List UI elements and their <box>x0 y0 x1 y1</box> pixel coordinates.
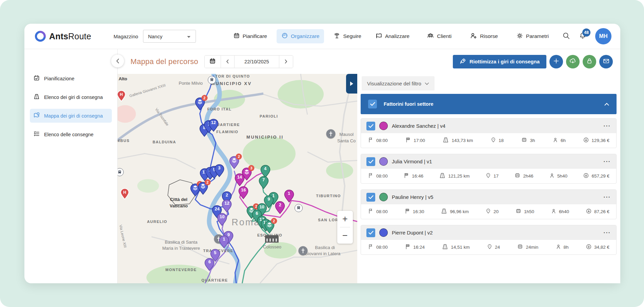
search-button[interactable] <box>562 32 570 41</box>
driver-checkbox[interactable] <box>366 193 375 202</box>
reoptimize-routes-button[interactable]: Riottimizza i giri di consegna <box>453 55 546 68</box>
nav-organizzare[interactable]: Organizzare <box>277 29 324 43</box>
expand-map-button[interactable] <box>346 74 357 94</box>
plus-icon <box>553 58 560 65</box>
driver-stats-row: 08:0016:2414,51 km2424min8h34,82 € <box>361 240 616 254</box>
sidebar-item-elenco-giri[interactable]: Elenco dei giri di consegna <box>30 90 112 104</box>
colosseum-icon <box>265 235 279 243</box>
user-avatar[interactable]: MH <box>595 28 611 44</box>
stop-pin-blue[interactable]: 3 <box>214 164 224 177</box>
person-icon <box>556 244 561 251</box>
driver-more-options-button[interactable]: ··· <box>604 229 611 236</box>
nav-clienti[interactable]: Clienti <box>422 29 456 43</box>
driver-more-options-button[interactable]: ··· <box>604 158 611 165</box>
driver-stat: 121,25 km <box>439 172 469 180</box>
sidebar-item-elenco-consegne[interactable]: Elenco delle consegne <box>30 127 112 141</box>
flag-icon <box>368 137 374 144</box>
road-icon <box>439 172 446 180</box>
group-title: Fattorini fuori settore <box>384 101 598 107</box>
lock-routes-button[interactable] <box>583 55 596 68</box>
driver-checkbox[interactable] <box>366 157 375 166</box>
cluster-count-badge: 2 <box>236 154 242 160</box>
driver-color-dot <box>379 157 388 166</box>
cluster-count-badge: 2 <box>204 179 210 185</box>
add-button[interactable] <box>549 55 563 68</box>
notifications-button[interactable]: 48 <box>579 32 586 41</box>
nav-pianificare[interactable]: Pianificare <box>228 29 272 43</box>
export-cloud-button[interactable] <box>566 55 580 68</box>
sidebar-item-mappa-giri[interactable]: Mappa dei giri di consegna <box>30 109 112 123</box>
notification-badge: 48 <box>582 28 590 37</box>
driver-card: Pauline Henry | v5···08:0016:3096,96 km2… <box>361 189 617 219</box>
flag-icon <box>368 172 374 180</box>
driver-stat: 8h <box>556 244 569 251</box>
gear-icon <box>516 32 523 41</box>
driver-card-header: Pierre Dupont | v2··· <box>361 225 616 240</box>
map-toolbar: Mappa del percorso 22/10/2025 <box>118 49 620 74</box>
finish-flag-icon <box>403 172 409 180</box>
driver-color-dot <box>379 193 388 201</box>
driver-stat: 16:24 <box>405 244 425 251</box>
zoom-out-button[interactable]: − <box>337 227 353 244</box>
stop-pin-green[interactable]: 7 <box>258 176 269 189</box>
driver-stat: 129,36 € <box>583 137 609 144</box>
nav-seguire[interactable]: Seguire <box>329 29 366 43</box>
collapse-sidebar-button[interactable] <box>111 55 124 67</box>
vehicle-icon <box>517 244 523 251</box>
cluster-count-badge: 2 <box>201 95 207 101</box>
cluster-pin-green[interactable]: 2 <box>264 220 275 233</box>
driver-stat: 08:00 <box>368 244 388 251</box>
cost-icon <box>583 137 589 144</box>
route-map[interactable]: AltoTOR DI QUINTOMUNICIPIO XVPonte Milvi… <box>118 74 357 283</box>
calendar-picker-button[interactable] <box>205 56 221 68</box>
nav-risorse[interactable]: Risorse <box>465 29 503 43</box>
calendar-icon <box>209 58 216 65</box>
send-mail-button[interactable] <box>599 55 613 68</box>
stop-pin-magenta[interactable]: 2 <box>275 201 285 214</box>
sidebar-item-pianificazione[interactable]: Pianificazione <box>30 71 112 85</box>
warehouse-select[interactable]: Nancy <box>143 30 196 43</box>
driver-stat: 2h46 <box>514 172 533 180</box>
stop-pin-magenta[interactable]: 14 <box>234 173 245 186</box>
stop-pin-blue[interactable]: 12 <box>208 119 219 132</box>
nav-parametri[interactable]: Parametri <box>511 29 554 44</box>
cost-icon <box>586 208 592 215</box>
stop-pin-purple[interactable]: 6 <box>204 258 215 271</box>
driver-checkbox[interactable] <box>366 228 375 237</box>
vehicle-icon <box>514 172 521 180</box>
svg-text:H: H <box>123 190 126 195</box>
nav-analizzare[interactable]: Analizzare <box>371 29 414 43</box>
stop-pin-purple[interactable]: 10 <box>217 213 227 226</box>
antsroute-logo: AntsRoute <box>35 30 91 42</box>
next-day-button[interactable] <box>279 56 293 68</box>
stop-pin-purple[interactable]: 12 <box>222 199 232 212</box>
driver-checkbox[interactable] <box>366 122 375 130</box>
driver-group-header[interactable]: Fattorini fuori settore <box>361 94 617 114</box>
driver-stat: 17 <box>485 172 499 180</box>
previous-day-button[interactable] <box>221 56 235 68</box>
finish-flag-icon <box>405 137 411 144</box>
driver-stats-row: 08:0016:3096,96 km201h506h4087,26 € <box>361 204 616 219</box>
driver-more-options-button[interactable]: ··· <box>604 123 611 129</box>
group-checkbox[interactable] <box>368 100 377 108</box>
driver-name: Alexandre Sanchez | v4 <box>392 123 600 129</box>
stop-pin-magenta[interactable]: 16 <box>238 186 249 199</box>
cluster-pin-purple[interactable]: 2 <box>229 156 240 169</box>
zoom-in-button[interactable]: + <box>337 211 353 227</box>
driver-stat: 6h40 <box>551 208 569 215</box>
driver-stat: 5h40 <box>549 172 567 180</box>
driver-stat: 6h <box>552 137 566 144</box>
filter-visibility-button[interactable]: Visualizzazione del filtro <box>362 76 435 90</box>
brand-name: AntsRoute <box>49 32 91 41</box>
cluster-pin-blue[interactable]: 2 <box>198 182 208 195</box>
driver-card-header: Julia Virmond | v1··· <box>361 154 616 169</box>
current-date[interactable]: 22/10/2025 <box>235 56 279 68</box>
driver-more-options-button[interactable]: ··· <box>604 194 611 201</box>
driver-stats-row: 08:0016:46121,25 km172h465h40657,29 € <box>361 169 616 183</box>
stop-pin-purple[interactable]: 1 <box>219 235 229 248</box>
driver-name: Julia Virmond | v1 <box>392 159 600 164</box>
vehicle-icon <box>521 137 527 144</box>
cluster-pin-blue[interactable]: 2 <box>195 97 205 110</box>
map-pin-icon <box>33 112 40 120</box>
flag-icon <box>368 208 374 215</box>
